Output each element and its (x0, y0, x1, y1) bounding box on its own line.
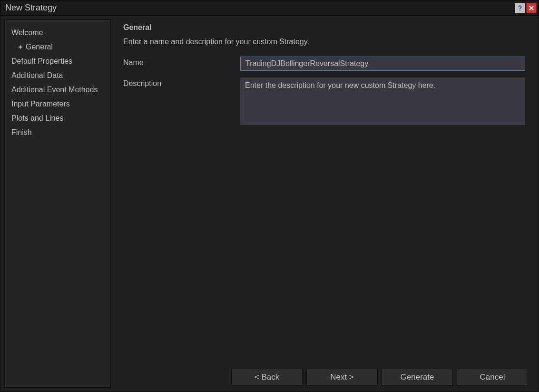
close-button[interactable] (526, 3, 537, 13)
titlebar: New Strategy (0, 0, 539, 16)
sidebar-item-additional-data[interactable]: Additional Data (5, 68, 110, 83)
sidebar-item-default-properties[interactable]: Default Properties (5, 54, 110, 68)
new-strategy-window: New Strategy Welcome General (0, 0, 539, 392)
next-button[interactable]: Next > (306, 369, 378, 386)
close-icon (528, 5, 535, 11)
description-row: Description (123, 77, 525, 125)
description-textarea[interactable] (240, 77, 525, 125)
main-panel: General Enter a name and description for… (114, 19, 535, 388)
panel-header: General (123, 23, 525, 32)
name-input[interactable] (240, 57, 525, 71)
sidebar-item-label: General (26, 43, 53, 51)
titlebar-controls (515, 3, 537, 13)
sidebar-item-input-parameters[interactable]: Input Parameters (5, 97, 110, 111)
question-icon (517, 5, 523, 11)
wizard-sidebar: Welcome General Default Properties Addit… (4, 19, 111, 388)
name-label: Name (123, 57, 240, 71)
window-title: New Strategy (5, 3, 57, 13)
description-label: Description (123, 77, 240, 125)
svg-point-0 (519, 10, 520, 10)
bullet-icon (18, 45, 23, 49)
back-button[interactable]: < Back (231, 369, 303, 386)
sidebar-item-general[interactable]: General (5, 40, 110, 54)
generate-button[interactable]: Generate (382, 369, 453, 386)
panel-subtext: Enter a name and description for your cu… (123, 38, 525, 46)
content-area: Welcome General Default Properties Addit… (0, 16, 539, 392)
sidebar-item-finish[interactable]: Finish (5, 125, 110, 140)
name-row: Name (123, 57, 525, 71)
sidebar-item-welcome[interactable]: Welcome (5, 26, 110, 40)
button-bar: < Back Next > Generate Cancel (231, 369, 528, 386)
sidebar-item-plots-and-lines[interactable]: Plots and Lines (5, 111, 110, 125)
sidebar-item-additional-event-methods[interactable]: Additional Event Methods (5, 83, 110, 97)
help-button[interactable] (515, 3, 525, 13)
cancel-button[interactable]: Cancel (457, 369, 528, 386)
